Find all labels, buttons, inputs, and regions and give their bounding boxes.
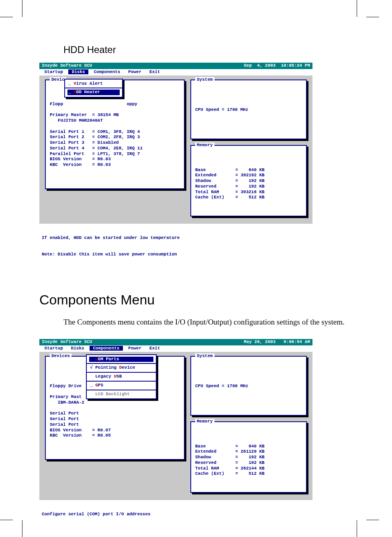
memory-row: Reserved= 192 KB (195, 184, 302, 190)
bios1-disks-popup[interactable]: _ Virus Alert_ HDD Heater (64, 79, 123, 98)
bios2-memory-content: Base= 640 KBExtended= 261120 KBShadow= 1… (195, 444, 302, 477)
popup-item[interactable]: _ GPS (89, 383, 153, 388)
menubar-item-power[interactable]: Power (126, 69, 144, 74)
bios2-status-line1: Configure serial (COM) port I/O addresse… (42, 512, 310, 517)
bios1-title-right: Sep 4, 2003 10:05:24 PM (244, 63, 310, 69)
memory-row: Base= 640 KB (195, 444, 302, 449)
memory-row: Extended= 392192 KB (195, 173, 302, 178)
bios2-memory-panel: Memory Base= 640 KBExtended= 261120 KBSh… (190, 421, 307, 492)
bios-screenshot-1: Insyde Software SCU Sep 4, 2003 10:05:24… (39, 63, 312, 272)
bios2-title-left: Insyde Software SCU (42, 339, 92, 345)
bios1-memory-title: Memory (195, 143, 214, 148)
bios1-memory-panel: Memory Base= 640 KBExtended= 392192 KBSh… (190, 145, 307, 216)
bios1-titlebar: Insyde Software SCU Sep 4, 2003 10:05:24… (39, 63, 312, 69)
bios1-status-line2: Note: Disable this item will save power … (42, 252, 310, 257)
memory-row: Total RAM= 393216 KB (195, 190, 302, 195)
bios2-system-panel: System CPU Speed = 1700 MHz (190, 356, 307, 416)
components-intro-paragraph: The Components menu contains the I/O (In… (63, 317, 353, 327)
bios1-status-line1: If enabled, HDD can be started under low… (42, 235, 310, 241)
popup-item[interactable]: COM Ports (89, 357, 153, 362)
menubar-item-startup[interactable]: Startup (42, 346, 65, 351)
popup-item[interactable]: √ Pointing Device (89, 365, 153, 371)
bios1-title-left: Insyde Software SCU (42, 63, 92, 69)
memory-row: Extended= 261120 KB (195, 449, 302, 455)
memory-row: Reserved= 192 KB (195, 460, 302, 466)
memory-row: Shadow= 192 KB (195, 455, 302, 460)
popup-item[interactable]: _ HDD Heater (67, 90, 120, 95)
bios1-memory-content: Base= 640 KBExtended= 392192 KBShadow= 1… (195, 167, 302, 201)
bios1-system-content: CPU Speed = 1700 MHz (195, 102, 302, 124)
bios2-title-right: May 26, 2003 9:06:54 AM (244, 339, 310, 345)
bios-screenshot-2: Insyde Software SCU May 26, 2003 9:06:54… (39, 339, 312, 537)
bios1-system-title: System (195, 77, 214, 83)
bios2-menubar[interactable]: Startup Disks Components Power Exit (39, 345, 312, 352)
menubar-item-startup[interactable]: Startup (42, 69, 65, 74)
popup-item: LCD Backlight (89, 392, 153, 397)
bios1-statusbar: If enabled, HDD can be started under low… (39, 222, 312, 272)
menubar-item-power[interactable]: Power (126, 346, 144, 351)
heading-hdd-heater: HDD Heater (63, 44, 353, 55)
bios1-devices-content: Flopp oppy Primary Master = 38154 MB FUJ… (50, 102, 180, 168)
bios2-memory-title: Memory (195, 419, 214, 425)
bios2-devices-title: Devices (50, 353, 71, 359)
bios1-system-panel: System CPU Speed = 1700 MHz (190, 80, 307, 140)
heading-components-menu: Components Menu (39, 292, 353, 308)
bios2-components-popup[interactable]: COM Ports√ Pointing Device Legacy USB_ G… (86, 354, 157, 400)
memory-row: Cache (Ext)= 512 KB (195, 471, 302, 477)
bios1-devices-panel: Devic Flopp oppy Primary Master = 38154 … (45, 80, 185, 190)
menubar-item-disks[interactable]: Disks (68, 69, 88, 74)
memory-row: Cache (Ext)= 512 KB (195, 195, 302, 200)
menubar-item-exit[interactable]: Exit (147, 69, 163, 74)
menubar-item-components[interactable]: Components (90, 346, 123, 351)
menubar-item-components[interactable]: Components (91, 69, 123, 74)
bios1-menubar[interactable]: Startup Disks Components Power Exit (39, 69, 312, 76)
bios2-system-content: CPU Speed = 1700 MHz (195, 378, 302, 400)
bios2-statusbar: Configure serial (COM) port I/O addresse… (39, 498, 312, 537)
bios2-titlebar: Insyde Software SCU May 26, 2003 9:06:54… (39, 339, 312, 345)
memory-row: Shadow= 192 KB (195, 178, 302, 184)
bios2-system-title: System (195, 353, 214, 359)
bios1-devices-title: Devic (50, 77, 66, 83)
memory-row: Total RAM= 262144 KB (195, 466, 302, 472)
bios2-devices-panel: Devices Floppy Drive Primary Mast IBM-DA… (45, 356, 185, 460)
memory-row: Base= 640 KB (195, 167, 302, 173)
menubar-item-disks[interactable]: Disks (68, 346, 87, 351)
popup-item[interactable]: _ Virus Alert (67, 81, 120, 87)
menubar-item-exit[interactable]: Exit (147, 346, 163, 351)
popup-item[interactable]: Legacy USB (89, 374, 153, 380)
